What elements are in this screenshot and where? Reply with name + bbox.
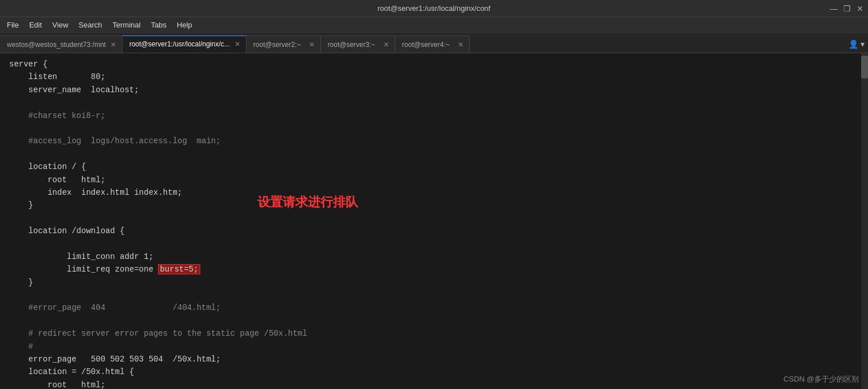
tab-close-icon[interactable]: ✕ xyxy=(309,41,315,49)
watermark: CSDN @多于少的区别 xyxy=(783,374,859,384)
tab-right-controls: 👤 ▾ xyxy=(845,36,868,53)
close-button[interactable]: ✕ xyxy=(857,4,863,13)
tab-westos[interactable]: westos@westos_student73:/mnt ✕ xyxy=(0,36,122,53)
title-bar: root@server1:/usr/local/nginx/conf — ❐ ✕ xyxy=(0,0,868,17)
terminal-content: server { listen 80; server_name localhos… xyxy=(0,53,868,389)
menu-edit[interactable]: Edit xyxy=(25,19,46,31)
tab-close-icon[interactable]: ✕ xyxy=(235,40,240,48)
scrollbar[interactable] xyxy=(861,53,868,389)
tab-server2[interactable]: root@server2:~ ✕ xyxy=(247,36,321,53)
menu-search[interactable]: Search xyxy=(74,19,106,31)
tab-label: root@server3:~ xyxy=(328,41,375,49)
tab-server3[interactable]: root@server3:~ ✕ xyxy=(321,36,395,53)
menu-help[interactable]: Help xyxy=(172,19,197,31)
scrollbar-thumb[interactable] xyxy=(861,56,868,78)
tab-label: westos@westos_student73:/mnt xyxy=(7,41,106,49)
tab-label: root@server4:~ xyxy=(402,41,450,49)
minimize-button[interactable]: — xyxy=(830,4,838,13)
menu-file[interactable]: File xyxy=(2,19,23,31)
menu-terminal[interactable]: Terminal xyxy=(108,19,145,31)
tab-server4[interactable]: root@server4:~ ✕ xyxy=(395,36,470,53)
tab-label: root@server2:~ xyxy=(253,41,301,49)
tab-server1[interactable]: root@server1:/usr/local/nginx/c... ✕ xyxy=(122,36,247,53)
tab-close-icon[interactable]: ✕ xyxy=(458,41,463,49)
new-tab-button[interactable]: 👤 xyxy=(849,40,858,49)
menu-tabs[interactable]: Tabs xyxy=(146,19,171,31)
menu-view[interactable]: View xyxy=(47,19,73,31)
menu-bar: File Edit View Search Terminal Tabs Help xyxy=(0,17,868,33)
maximize-button[interactable]: ❐ xyxy=(843,4,851,13)
window-controls: — ❐ ✕ xyxy=(830,4,863,13)
tab-label: root@server1:/usr/local/nginx/c... xyxy=(129,40,230,48)
tab-close-icon[interactable]: ✕ xyxy=(383,41,389,49)
window-title: root@server1:/usr/local/nginx/conf xyxy=(378,4,490,13)
tab-close-icon[interactable]: ✕ xyxy=(110,41,116,49)
tab-bar: westos@westos_student73:/mnt ✕ root@serv… xyxy=(0,33,868,53)
terminal-code: server { listen 80; server_name localhos… xyxy=(9,58,859,389)
tab-dropdown-button[interactable]: ▾ xyxy=(861,40,865,49)
